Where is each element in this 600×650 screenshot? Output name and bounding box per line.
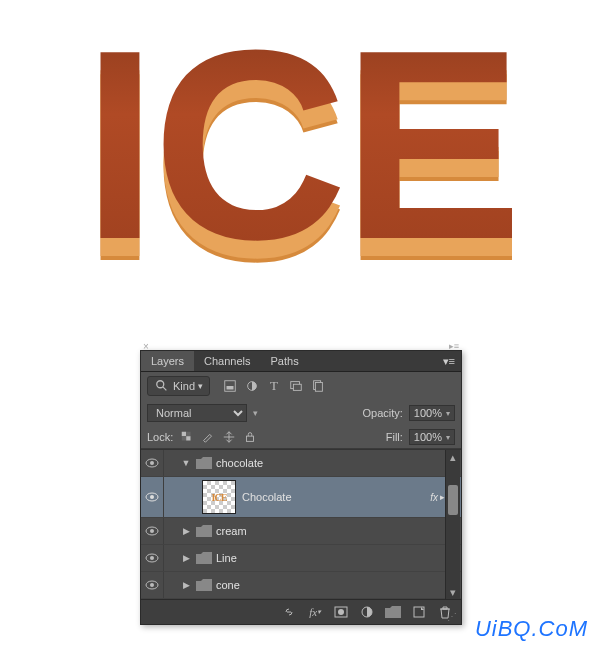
layer-name: Line (216, 552, 445, 564)
tab-channels[interactable]: Channels (194, 351, 260, 371)
svg-point-21 (150, 556, 154, 560)
visibility-toggle[interactable] (141, 572, 164, 598)
layer-group-cream[interactable]: ▶ cream (141, 518, 461, 545)
panel-tabs: Layers Channels Paths ▾≡ (141, 351, 461, 372)
fill-label: Fill: (386, 431, 403, 443)
opacity-label: Opacity: (363, 407, 403, 419)
filter-smart-icon[interactable] (310, 378, 326, 394)
visibility-toggle[interactable] (141, 477, 164, 517)
svg-point-15 (150, 461, 154, 465)
layers-list: ▼ chocolate ICE Chocolate fx ▸ ▶ cream ▶… (141, 449, 461, 599)
tab-layers[interactable]: Layers (141, 351, 194, 371)
artwork-text: ICE ICE ICE (0, 10, 600, 280)
svg-point-0 (157, 381, 164, 388)
layer-chocolate[interactable]: ICE Chocolate fx ▸ (141, 477, 461, 518)
scroll-up-icon[interactable]: ▴ (448, 452, 458, 462)
scroll-down-icon[interactable]: ▾ (448, 587, 458, 597)
lock-row: Lock: Fill: 100% (141, 426, 461, 449)
visibility-toggle[interactable] (141, 518, 164, 544)
filter-pixel-icon[interactable] (222, 378, 238, 394)
disclosure-icon[interactable]: ▶ (180, 553, 192, 563)
disclosure-icon[interactable]: ▶ (180, 580, 192, 590)
filter-type-icon[interactable]: T (266, 378, 282, 394)
lock-position-icon[interactable] (221, 429, 237, 445)
svg-rect-8 (315, 383, 322, 392)
filter-adjustment-icon[interactable] (244, 378, 260, 394)
svg-rect-9 (182, 432, 186, 436)
new-group-icon[interactable] (385, 604, 401, 620)
blend-mode-select[interactable]: Normal (147, 404, 247, 422)
panel-options-icon[interactable]: ▾≡ (437, 353, 461, 370)
resize-grip-icon[interactable]: ⋰ (447, 611, 457, 622)
folder-icon (196, 525, 212, 538)
svg-rect-3 (227, 386, 234, 390)
layer-group-line[interactable]: ▶ Line (141, 545, 461, 572)
panel-menu-icon[interactable]: ▸≡ (449, 341, 459, 351)
svg-line-1 (163, 387, 167, 391)
lock-all-icon[interactable] (242, 429, 258, 445)
lock-pixels-icon[interactable] (200, 429, 216, 445)
layer-group-chocolate[interactable]: ▼ chocolate (141, 450, 461, 477)
adjustment-layer-icon[interactable] (359, 604, 375, 620)
layer-mask-icon[interactable] (333, 604, 349, 620)
lock-label: Lock: (147, 431, 173, 443)
tab-paths[interactable]: Paths (261, 351, 309, 371)
panel-footer: fx▾ ⋰ (141, 599, 461, 624)
search-icon (154, 378, 170, 394)
layer-name: chocolate (216, 457, 445, 469)
visibility-toggle[interactable] (141, 450, 164, 476)
disclosure-icon[interactable]: ▶ (180, 526, 192, 536)
scrollbar[interactable]: ▴ ▾ (445, 450, 460, 599)
layer-thumbnail: ICE (202, 480, 236, 514)
folder-icon (196, 552, 212, 565)
filter-kind-select[interactable]: Kind ▾ (147, 376, 210, 396)
chevron-down-icon: ▾ (198, 381, 203, 391)
svg-rect-12 (182, 436, 186, 440)
fill-input[interactable]: 100% (409, 429, 455, 445)
layer-name: cone (216, 579, 445, 591)
filter-shape-icon[interactable] (288, 378, 304, 394)
svg-rect-10 (186, 436, 190, 440)
artwork-face: ICE (82, 0, 517, 295)
link-layers-icon[interactable] (281, 604, 297, 620)
fx-badge[interactable]: fx (430, 492, 438, 503)
layers-panel: × ▸≡ Layers Channels Paths ▾≡ Kind ▾ T N… (140, 350, 462, 625)
blend-row: Normal ▾ Opacity: 100% (141, 400, 461, 426)
new-layer-icon[interactable] (411, 604, 427, 620)
filter-kind-label: Kind (173, 380, 195, 392)
layer-style-icon[interactable]: fx▾ (307, 604, 323, 620)
folder-icon (196, 457, 212, 470)
svg-point-23 (150, 583, 154, 587)
opacity-input[interactable]: 100% (409, 405, 455, 421)
svg-point-25 (338, 609, 344, 615)
svg-rect-6 (293, 384, 301, 390)
svg-rect-11 (186, 432, 190, 436)
layer-name: Chocolate (242, 491, 430, 503)
disclosure-icon[interactable]: ▼ (180, 458, 192, 468)
svg-point-17 (150, 495, 154, 499)
folder-icon (196, 579, 212, 592)
lock-transparency-icon[interactable] (179, 429, 195, 445)
layer-name: cream (216, 525, 445, 537)
watermark: UiBQ.CoM (475, 616, 588, 642)
visibility-toggle[interactable] (141, 545, 164, 571)
scroll-thumb[interactable] (448, 485, 458, 515)
svg-rect-13 (247, 436, 254, 441)
svg-point-19 (150, 529, 154, 533)
filter-row: Kind ▾ T (141, 372, 461, 400)
layer-group-cone[interactable]: ▶ cone (141, 572, 461, 599)
close-panel-icon[interactable]: × (143, 341, 149, 352)
